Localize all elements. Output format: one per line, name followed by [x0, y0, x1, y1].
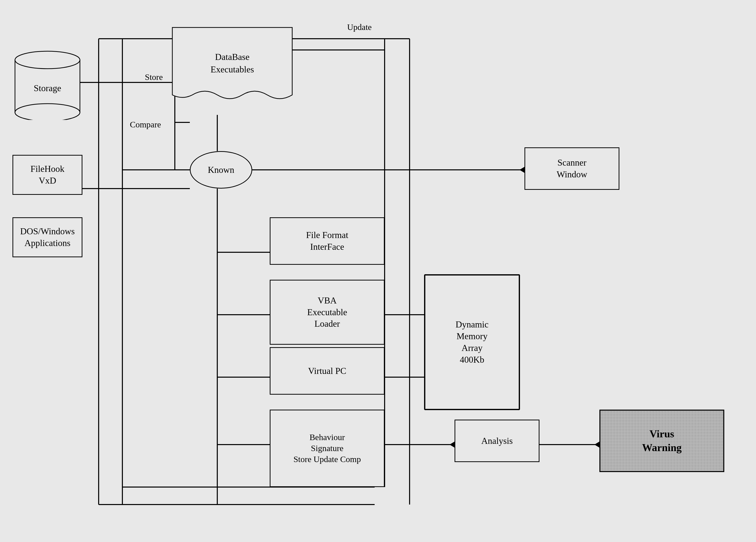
svg-point-41 [15, 51, 80, 69]
dos-windows-box: DOS/Windows Applications [12, 217, 82, 257]
compare-label: Compare [130, 120, 161, 129]
svg-text:DataBase: DataBase [215, 52, 250, 62]
svg-marker-36 [519, 167, 524, 173]
storage-cylinder: Storage [12, 45, 82, 120]
known-ellipse: Known [190, 151, 252, 189]
filehook-box: FileHook VxD [12, 155, 82, 195]
svg-marker-38 [594, 442, 599, 448]
database-executables-box: DataBase Executables [170, 25, 295, 112]
vba-loader-box: VBA Executable Loader [270, 280, 385, 345]
scanner-window-box: Scanner Window [524, 147, 619, 190]
file-format-box: File Format InterFace [270, 217, 385, 265]
virus-warning-box: Virus Warning [599, 410, 724, 472]
update-label: Update [347, 22, 372, 32]
svg-text:Executables: Executables [211, 64, 254, 74]
svg-marker-37 [450, 442, 455, 448]
analysis-box: Analysis [455, 420, 539, 462]
store-label: Store [145, 72, 163, 82]
diagram-container: Storage FileHook VxD DOS/Windows Applica… [0, 0, 756, 542]
virtual-pc-box: Virtual PC [270, 347, 385, 395]
dynamic-memory-box: Dynamic Memory Array 400Kb [425, 275, 519, 410]
behaviour-sig-box: Behaviour Signature Store Update Comp [270, 410, 385, 487]
svg-text:Storage: Storage [34, 83, 61, 93]
svg-point-40 [15, 104, 80, 120]
